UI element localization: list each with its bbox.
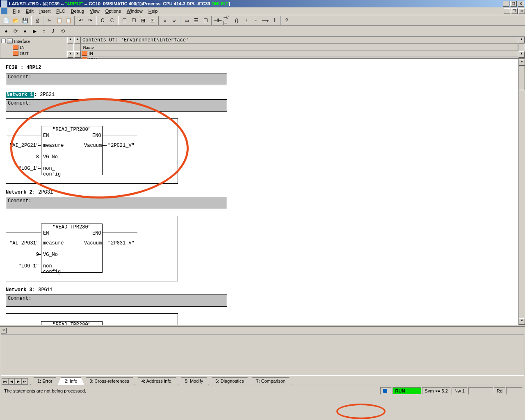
output-tab[interactable]: 6: Diagnostics <box>208 377 251 385</box>
toolbar-button[interactable]: ✂ <box>45 16 54 25</box>
fc-comment-box[interactable]: Comment: <box>6 73 227 85</box>
output-tab[interactable]: 4: Address info. <box>135 377 180 385</box>
output-close-button[interactable]: ✕ <box>1 328 7 333</box>
menu-debug[interactable]: Debug <box>68 8 87 14</box>
toolbar-button[interactable]: ↷ <box>86 16 95 25</box>
tab-next-button[interactable]: ▶ <box>15 378 21 385</box>
scroll-down-icon[interactable]: ▼ <box>67 51 73 58</box>
toolbar-button[interactable]: ⤴ <box>270 16 279 25</box>
network-label[interactable]: Network 2 <box>6 189 32 195</box>
collapse-icon[interactable]: − <box>1 39 6 43</box>
annotation-ellipse-status <box>336 404 386 419</box>
toolbar-button[interactable]: 📋 <box>64 16 73 25</box>
tab-prev-button[interactable]: ◀ <box>8 378 15 385</box>
toolbar-button[interactable]: ● <box>2 27 11 36</box>
scroll-up-icon[interactable]: ▲ <box>519 59 525 66</box>
menu-options[interactable]: Options <box>103 8 124 14</box>
port-label: non_ config <box>43 166 61 177</box>
function-block-area[interactable]: "READ_TPR280"ENENO"AI_2PG21"measure8VG_N… <box>6 118 178 184</box>
minimize-button[interactable]: _ <box>503 1 509 7</box>
output-body[interactable] <box>1 334 524 376</box>
toolbar-button[interactable]: ▭ <box>182 16 191 25</box>
editor-scrollbar[interactable]: ▲ ▼ <box>518 59 525 325</box>
network-comment-box[interactable]: Comment: <box>6 197 227 209</box>
toolbar-button[interactable]: ↶ <box>76 16 85 25</box>
toolbar-button[interactable]: () <box>232 16 241 25</box>
toolbar-button[interactable]: ☐ <box>129 16 138 25</box>
mdi-restore-button[interactable]: ❐ <box>511 8 518 14</box>
mdi-icon[interactable] <box>1 8 7 14</box>
network-comment-box[interactable]: Comment: <box>6 294 227 307</box>
output-tab[interactable]: 1: Error <box>30 377 59 385</box>
toolbar-button[interactable]: ⊞ <box>139 16 148 25</box>
toolbar-button[interactable]: 💾 <box>21 16 30 25</box>
editor-area[interactable]: FC39 : 4RP12Comment:Network 1: 2PG21Comm… <box>0 59 525 325</box>
network-label[interactable]: Network 3 <box>6 287 32 293</box>
tree-item-out[interactable]: OUT <box>1 50 66 56</box>
scroll-down-icon[interactable]: ▼ <box>518 51 525 58</box>
toolbar-button[interactable]: 📄 <box>2 16 11 25</box>
toolbar-button[interactable]: ⊦ <box>251 16 260 25</box>
mdi-close-button[interactable]: ✕ <box>518 8 525 14</box>
function-block-area[interactable]: "READ_TPR280"ENENO"AI_2PG31"measure9VG_N… <box>6 216 178 281</box>
menu-insert[interactable]: Insert <box>37 8 54 14</box>
function-block-area[interactable]: "READ_TPR280"ENENO <box>6 313 178 325</box>
output-tab[interactable]: 5: Modify <box>178 377 210 385</box>
tree-item-in[interactable]: IN <box>1 44 66 50</box>
network-comment-box[interactable]: Comment: <box>6 99 227 112</box>
scroll-thumb[interactable] <box>519 66 525 90</box>
column-header-name[interactable]: Name <box>81 44 518 50</box>
toolbar-button[interactable]: ⊣/⊢ <box>223 16 232 25</box>
tab-first-button[interactable]: ⏮ <box>2 378 8 385</box>
tree-root[interactable]: − Interface <box>1 38 66 44</box>
toolbar-button[interactable]: 🖨 <box>33 16 42 25</box>
tab-last-button[interactable]: ⏭ <box>21 378 28 385</box>
toolbar-button[interactable]: 📂 <box>11 16 20 25</box>
toolbar-button[interactable]: ? <box>282 16 291 25</box>
scroll-up-icon[interactable]: ▲ <box>67 37 73 43</box>
tree-scrollbar[interactable]: ▲ ▼ <box>67 37 73 58</box>
scroll-down-icon[interactable]: ▼ <box>519 318 525 325</box>
output-tab[interactable]: 7: Comparison <box>249 377 292 385</box>
toolbar-button[interactable]: ⤴ <box>49 27 58 36</box>
toolbar-button[interactable]: ☐ <box>201 16 210 25</box>
maximize-button[interactable]: ❐ <box>510 1 517 7</box>
toolbar-button[interactable]: ☰ <box>192 16 201 25</box>
status-bar: The statements are not being processed. … <box>0 385 525 396</box>
network-label[interactable]: Network 1 <box>6 92 34 98</box>
toolbar-button[interactable]: C <box>107 16 116 25</box>
toolbar-button[interactable]: ⟳ <box>11 27 20 36</box>
toolbar-button[interactable]: » <box>170 16 179 25</box>
menu-file[interactable]: File <box>10 8 23 14</box>
toolbar-button[interactable]: ○ <box>39 27 48 36</box>
menu-plc[interactable]: PLC <box>53 8 68 14</box>
toolbar-button[interactable]: ▶ <box>30 27 39 36</box>
output-tab[interactable]: 3: Cross-references <box>82 377 136 385</box>
list-scrollbar-right[interactable]: ▲ ▼ <box>518 37 525 58</box>
toolbar-button[interactable]: ● <box>21 27 30 36</box>
toolbar-button[interactable]: ⊡ <box>148 16 157 25</box>
toolbar-button[interactable]: ⊣⊢ <box>213 16 222 25</box>
output-tab[interactable]: 2: Info <box>58 377 84 385</box>
toolbar-button[interactable]: ⟲ <box>58 27 67 36</box>
status-offline-icon <box>380 387 392 395</box>
close-button[interactable]: ✕ <box>518 1 524 7</box>
list-item[interactable]: IN <box>81 50 518 57</box>
signal-label: "2PG21_V" <box>108 143 135 148</box>
scroll-down-icon[interactable]: ▼ <box>74 51 80 58</box>
list-scrollbar-left[interactable]: ▲ ▼ <box>74 37 81 58</box>
menu-view[interactable]: View <box>87 8 103 14</box>
menu-help[interactable]: Help <box>146 8 161 14</box>
toolbar-button[interactable]: ⟶ <box>260 16 269 25</box>
menu-window[interactable]: Window <box>124 8 146 14</box>
toolbar-button[interactable]: ⟂ <box>242 16 251 25</box>
port-label: Vacuum <box>84 143 102 148</box>
toolbar-button[interactable]: C <box>98 16 107 25</box>
toolbar-button[interactable]: « <box>160 16 169 25</box>
toolbar-button[interactable]: ☐ <box>120 16 129 25</box>
menu-edit[interactable]: Edit <box>23 8 37 14</box>
toolbar-button[interactable]: 📋 <box>55 16 64 25</box>
scroll-up-icon[interactable]: ▲ <box>74 37 80 43</box>
scroll-up-icon[interactable]: ▲ <box>518 37 525 43</box>
mdi-minimize-button[interactable]: _ <box>504 8 510 14</box>
